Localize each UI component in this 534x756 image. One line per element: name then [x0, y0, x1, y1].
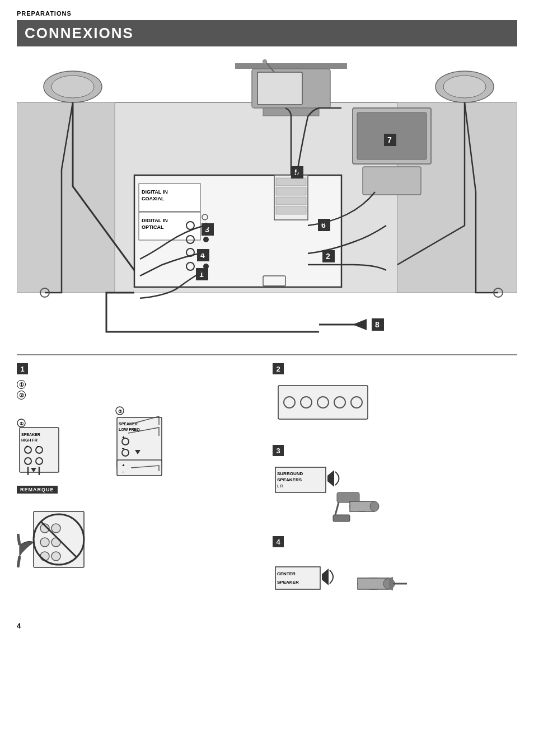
svg-rect-109 — [333, 515, 350, 522]
section-3-block: 3 — [273, 445, 517, 456]
section-2-block: 2 — [273, 363, 517, 374]
section-1-extra-diagram — [17, 500, 261, 575]
section-2-diagram — [273, 380, 517, 436]
bottom-sections: 1 ① ② SPEAKER HIGH FR — [17, 363, 517, 616]
svg-rect-25 — [276, 178, 306, 186]
remarque-block: REMARQUE — [17, 482, 261, 494]
svg-text:SPEAKER: SPEAKER — [21, 433, 40, 436]
no-connection-diagram — [17, 500, 106, 573]
section-divider — [17, 354, 517, 355]
svg-text:DIGITAL IN: DIGITAL IN — [142, 189, 168, 195]
speaker-diagram-2: ② SPEAKER LOW FREQ + − + − — [114, 405, 215, 478]
svg-text:OPTICAL: OPTICAL — [142, 224, 164, 230]
svg-text:2: 2 — [326, 252, 330, 261]
svg-point-89 — [51, 524, 60, 533]
speaker-diagram-1: SPEAKER HIGH FR + − ① — [17, 416, 106, 478]
remarque-badge: REMARQUE — [17, 486, 58, 494]
svg-point-90 — [40, 538, 49, 547]
svg-line-108 — [335, 503, 339, 515]
svg-point-50 — [203, 237, 209, 242]
svg-text:DIGITAL IN: DIGITAL IN — [142, 218, 168, 223]
circle-2: ② — [17, 391, 26, 400]
svg-text:②: ② — [118, 409, 122, 414]
svg-text:+: + — [122, 463, 125, 468]
svg-text:+: + — [26, 444, 29, 449]
preparations-label: PREPARATIONS — [17, 10, 517, 17]
svg-point-112 — [370, 501, 379, 511]
svg-rect-113 — [275, 567, 320, 589]
page-title: CONNEXIONS — [25, 25, 509, 42]
diagram-area: DIGITAL IN COAXIAL DIGITAL IN OPTICAL 1 … — [17, 58, 517, 354]
svg-marker-116 — [322, 569, 329, 585]
svg-rect-16 — [363, 167, 421, 195]
section-right: 2 3 SURROUND SPEAKERS L — [273, 363, 517, 616]
svg-rect-1 — [17, 102, 115, 293]
section-4-diagram: CENTER SPEAKER — [273, 553, 517, 616]
surround-speaker-diagram: SURROUND SPEAKERS L R — [273, 462, 407, 523]
section-4-badge: 4 — [273, 536, 284, 547]
section-4-block: 4 — [273, 536, 517, 547]
svg-point-13 — [263, 59, 267, 64]
page-number: 4 — [17, 622, 534, 630]
svg-point-93 — [51, 552, 60, 561]
svg-text:7: 7 — [387, 135, 392, 144]
section-3-diagram: SURROUND SPEAKERS L R — [273, 462, 517, 525]
section-2-badge: 2 — [273, 363, 284, 374]
svg-text:8: 8 — [375, 320, 380, 329]
svg-text:SPEAKER: SPEAKER — [277, 580, 299, 585]
svg-point-52 — [203, 264, 209, 269]
main-diagram-svg: DIGITAL IN COAXIAL DIGITAL IN OPTICAL 1 … — [17, 58, 517, 354]
svg-text:SURROUND: SURROUND — [277, 471, 303, 476]
section-1-badge: 1 — [17, 363, 28, 374]
svg-marker-106 — [327, 470, 334, 487]
svg-text:−: − — [122, 469, 125, 475]
page-header: PREPARATIONS — [0, 0, 534, 20]
section-3-badge: 3 — [273, 445, 284, 456]
circle-1: ① — [17, 380, 26, 389]
circle-2-row: ② — [17, 391, 261, 400]
section-1-content: ① ② — [17, 380, 261, 400]
svg-text:COAXIAL: COAXIAL — [142, 196, 165, 201]
center-speaker-diagram: CENTER SPEAKER — [273, 553, 418, 614]
svg-text:CENTER: CENTER — [277, 571, 296, 576]
svg-point-51 — [203, 250, 209, 255]
section-left: 1 ① ② SPEAKER HIGH FR — [17, 363, 261, 616]
circle-1-row: ① — [17, 380, 261, 389]
svg-point-5 — [51, 76, 94, 98]
title-bar: CONNEXIONS — [17, 20, 517, 46]
svg-rect-11 — [257, 72, 302, 105]
svg-text:SPEAKERS: SPEAKERS — [277, 477, 302, 482]
svg-point-7 — [443, 76, 486, 98]
svg-text:L R: L R — [277, 484, 283, 488]
svg-rect-26 — [276, 187, 306, 195]
section-1-diagram: SPEAKER HIGH FR + − ① — [17, 405, 261, 478]
svg-rect-27 — [276, 197, 306, 205]
svg-text:①: ① — [20, 421, 24, 426]
svg-rect-8 — [235, 63, 347, 69]
svg-text:−: − — [37, 444, 40, 449]
svg-text:HIGH FR: HIGH FR — [21, 438, 38, 442]
section2-svg — [273, 380, 385, 430]
section-1-block: 1 — [17, 363, 261, 374]
svg-rect-28 — [276, 206, 306, 214]
svg-rect-96 — [278, 386, 368, 419]
svg-point-49 — [203, 223, 209, 228]
